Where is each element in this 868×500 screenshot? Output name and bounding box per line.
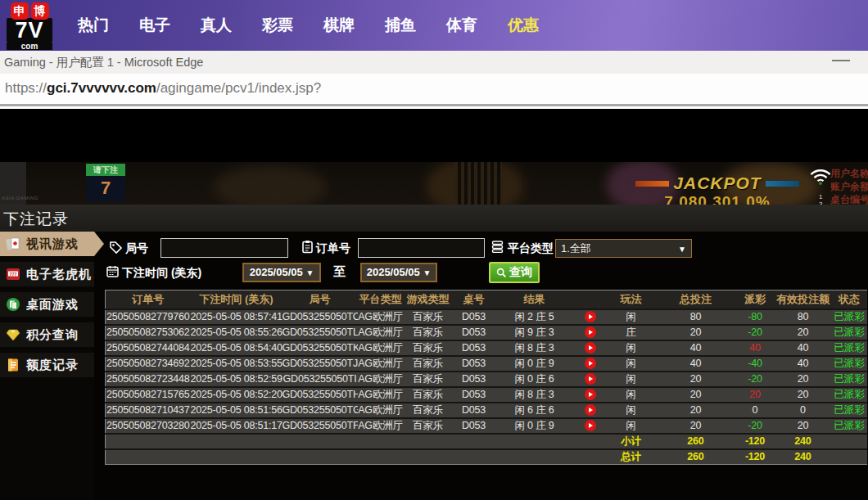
replay-play-button[interactable]	[585, 420, 596, 431]
sidebar-item-label: 电子老虎机	[26, 267, 92, 282]
grand-total-valid-bet: 240	[775, 449, 832, 465]
replay-play-button[interactable]	[585, 327, 596, 338]
points-icon	[5, 327, 21, 343]
platform-cell: AG欧洲厅	[358, 325, 404, 340]
total-bet-cell: 40	[656, 356, 736, 372]
nav-item-sports[interactable]: 体育	[445, 15, 479, 36]
status-cell: 已派彩	[832, 418, 867, 434]
play-type-cell: 闲	[607, 403, 656, 418]
nav-item-electronic[interactable]: 电子	[138, 15, 172, 36]
valid-bet-cell: 80	[775, 309, 832, 325]
screen: 申 博 7V com 热门电子真人彩票棋牌捕鱼体育优惠 Gaming - 用户配…	[0, 0, 868, 500]
table-header: 订单号 下注时间 (美东) 局号 平台类型 游戏类型 桌号 结果 玩法 总投注 …	[106, 291, 867, 309]
col-valid-bet: 有效投注额	[775, 291, 832, 309]
logo-main-text: 7V	[7, 18, 52, 43]
sidebar-item-points-query[interactable]: 积分查询	[0, 322, 94, 347]
search-button[interactable]: 查询	[489, 262, 540, 283]
platform-cell: AG欧洲厅	[358, 372, 404, 387]
table-no-cell: D053	[453, 418, 495, 434]
nav-item-promo[interactable]: 优惠	[506, 15, 540, 36]
game-type-cell: 百家乐	[404, 325, 453, 340]
platform-cell: AG欧洲厅	[358, 387, 404, 403]
platform-cell: AG欧洲厅	[358, 309, 404, 325]
subtotal-label: 小计	[607, 434, 656, 449]
nav-item-fishing[interactable]: 捕鱼	[383, 15, 418, 36]
replay-cell	[574, 372, 607, 387]
bet-time-cell: 2025-05-05 08:52:20	[191, 387, 283, 403]
col-bet-time: 下注时间 (美东)	[191, 291, 283, 309]
round-id-cell: GD053255050TL	[283, 325, 358, 340]
grand-total-row: 总计 260 -120 240	[106, 449, 867, 465]
user-info-line: 用户名称	[830, 167, 868, 180]
date-from-value: 2025/05/05	[250, 266, 303, 278]
replay-play-button[interactable]	[585, 373, 596, 385]
wifi-icon	[809, 168, 832, 189]
grand-total-label: 总计	[607, 449, 656, 465]
replay-play-button[interactable]	[585, 311, 596, 322]
total-bet-cell: 20	[656, 325, 736, 340]
nav-item-hot[interactable]: 热门	[76, 15, 111, 36]
dropdown-arrow-icon: ▼	[678, 241, 686, 258]
result-cell: 闲 0 庄 6	[495, 372, 574, 387]
replay-play-button[interactable]	[585, 358, 596, 369]
total-bet-cell: 80	[656, 309, 736, 325]
replay-play-button[interactable]	[585, 404, 596, 416]
date-range-to-label: 至	[333, 264, 346, 280]
result-cell: 闲 9 庄 3	[495, 325, 574, 340]
table-row: 2505050827530622025-05-05 08:55:26GD0532…	[106, 325, 867, 340]
page-body: 视讯游戏777电子老虎机桌面游戏积分查询额度记录 局号 订单号 平台类型 ▼ 1…	[0, 232, 868, 500]
sidebar-item-video-games[interactable]: 视讯游戏	[0, 232, 94, 256]
date-from-select[interactable]: 2025/05/05 ▼	[242, 263, 321, 282]
game-type-cell: 百家乐	[404, 356, 453, 372]
valid-bet-cell: 20	[775, 418, 832, 434]
bet-countdown-box: 请下注 7	[86, 164, 125, 202]
jackpot-bar-left	[635, 181, 669, 187]
url-text[interactable]: https://gci.7vvvvvv.com/agingame/pcv1/in…	[5, 80, 321, 97]
browser-urlbar[interactable]: https://gci.7vvvvvv.com/agingame/pcv1/in…	[0, 74, 868, 104]
site-logo[interactable]: 申 博 7V com	[7, 2, 52, 50]
platform-cell: AG欧洲厅	[358, 418, 404, 434]
minimize-icon[interactable]	[832, 60, 850, 61]
date-to-select[interactable]: 2025/05/05 ▼	[360, 263, 437, 282]
user-info-line: 账户余额	[830, 180, 868, 193]
video-edge-panel: ASIA GAMING	[0, 162, 26, 205]
magnifier-icon	[496, 268, 507, 278]
col-platform: 平台类型	[358, 291, 404, 309]
replay-cell	[574, 325, 607, 340]
calendar-icon	[106, 264, 120, 278]
nav-item-live[interactable]: 真人	[199, 15, 233, 36]
order-filter-label: 订单号	[316, 241, 350, 256]
order-id-cell: 250505082779760	[106, 309, 191, 325]
logo-sub-text: com	[7, 43, 52, 50]
order-id-cell: 250505082715765	[106, 387, 191, 403]
game-type-cell: 百家乐	[404, 372, 453, 387]
slot-icon: 777	[5, 266, 21, 282]
sidebar-item-table-games[interactable]: 桌面游戏	[0, 292, 94, 317]
nav-item-lottery[interactable]: 彩票	[260, 15, 295, 36]
nav-item-board[interactable]: 棋牌	[322, 15, 356, 36]
play-type-cell: 闲	[607, 387, 656, 403]
url-scheme: https://	[5, 80, 47, 96]
replay-play-button[interactable]	[585, 342, 596, 354]
sidebar-item-slots[interactable]: 777电子老虎机	[0, 262, 94, 286]
platform-cell: AG欧洲厅	[358, 403, 404, 418]
replay-play-button[interactable]	[585, 389, 596, 400]
order-input[interactable]	[358, 238, 485, 258]
date-to-value: 2025/05/05	[367, 266, 420, 278]
platform-select[interactable]: ▼ 1.全部	[555, 239, 692, 258]
play-type-cell: 庄	[607, 325, 656, 340]
status-cell: 已派彩	[832, 403, 867, 418]
valid-bet-cell: 20	[775, 325, 832, 340]
cards-icon	[5, 236, 21, 252]
col-table-no: 桌号	[453, 291, 495, 309]
col-payout: 派彩	[736, 291, 775, 309]
play-type-cell: 闲	[607, 356, 656, 372]
round-input[interactable]	[160, 238, 288, 258]
subtotal-row: 小计 260 -120 240	[106, 434, 867, 449]
table-no-cell: D053	[453, 325, 495, 340]
play-type-cell: 闲	[607, 372, 656, 387]
grand-total-payout: -120	[736, 449, 775, 465]
result-cell: 闲 2 庄 5	[495, 309, 574, 325]
bet-records-table: 订单号 下注时间 (美东) 局号 平台类型 游戏类型 桌号 结果 玩法 总投注 …	[105, 290, 867, 465]
sidebar-item-quota-records[interactable]: 额度记录	[0, 353, 94, 377]
